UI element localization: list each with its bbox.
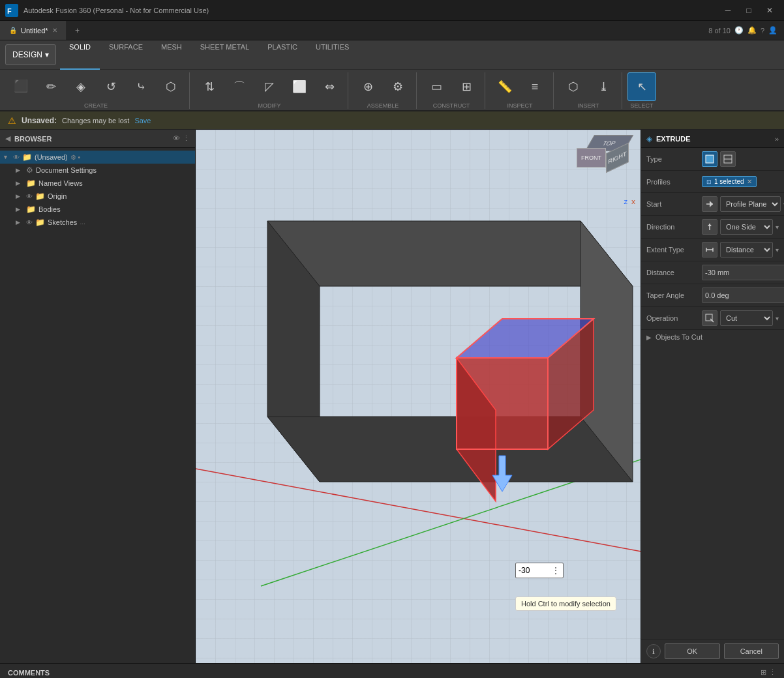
tree-item-bodies[interactable]: ▶ 📁 Bodies: [0, 203, 195, 216]
viewport[interactable]: TOP FRONT RIGHT Z X -30 ⋮ Hold Ctrl to m…: [196, 130, 641, 663]
distance-input[interactable]: -30 mm: [702, 265, 784, 280]
save-button[interactable]: Save: [134, 117, 151, 125]
origin-label: Origin: [48, 192, 67, 200]
select-icon: ↖: [637, 81, 647, 93]
sketch-icon: ✏: [46, 81, 56, 93]
create-sketch-button[interactable]: ✏: [37, 72, 65, 101]
tab-utilities[interactable]: UTILITIES: [307, 40, 358, 70]
profiles-clear-button[interactable]: ✕: [747, 178, 752, 185]
browser-panel: ◀ BROWSER 👁 ⋮ ▼ 👁 📁 (Unsaved) ⚙ • ▶ ⚙ Do…: [0, 130, 196, 663]
ribbon-tabs: DESIGN ▾ SOLID SURFACE MESH SHEET METAL …: [0, 40, 784, 70]
modify-fillet-button[interactable]: ⌒: [225, 72, 254, 101]
dimension-input[interactable]: -30: [516, 566, 549, 575]
type-solid-button[interactable]: [702, 151, 717, 167]
user-icon[interactable]: 👤: [768, 26, 777, 35]
view-cube-3d[interactable]: TOP FRONT RIGHT: [577, 135, 629, 177]
tab-add-button[interactable]: +: [67, 21, 88, 40]
assemble-joint-button[interactable]: ⚙: [384, 72, 412, 101]
sketches-eye[interactable]: 👁: [26, 219, 33, 226]
dimension-input-widget[interactable]: -30 ⋮: [515, 563, 564, 578]
bell-icon[interactable]: 🔔: [747, 26, 757, 35]
minimize-button[interactable]: ─: [719, 4, 737, 17]
active-tab[interactable]: 🔒 Untitled* ✕: [0, 21, 67, 40]
tree-item-origin[interactable]: ▶ 👁 📁 Origin: [0, 190, 195, 203]
presspull-icon: ⇅: [205, 81, 215, 93]
tree-item-namedviews[interactable]: ▶ 📁 Named Views: [0, 177, 195, 190]
warning-icon: ⚠: [8, 115, 16, 126]
tree-item-root[interactable]: ▼ 👁 📁 (Unsaved) ⚙ •: [0, 151, 195, 164]
type-surface-button[interactable]: [720, 151, 736, 167]
maximize-button[interactable]: □: [740, 4, 758, 17]
modify-buttons: ⇅ ⌒ ◸ ⬜ ⇔: [195, 72, 344, 101]
tab-solid[interactable]: SOLID: [60, 40, 100, 70]
root-eye[interactable]: 👁: [13, 154, 20, 161]
objects-to-cut-row[interactable]: ▶ Objects To Cut: [641, 330, 784, 344]
type-control: [702, 151, 779, 167]
view-cube[interactable]: TOP FRONT RIGHT Z X: [577, 135, 635, 194]
select-button[interactable]: ↖: [627, 72, 656, 101]
insert-mesh-button[interactable]: ⬡: [559, 72, 588, 101]
docsettings-label: Document Settings: [36, 166, 97, 174]
insert-svg-button[interactable]: ⤓: [589, 72, 618, 101]
construct-midplane-button[interactable]: ⊞: [452, 72, 481, 101]
modify-chamfer-button[interactable]: ◸: [255, 72, 284, 101]
cancel-button[interactable]: Cancel: [724, 643, 779, 659]
browser-tree: ▼ 👁 📁 (Unsaved) ⚙ • ▶ ⚙ Document Setting…: [0, 148, 195, 663]
tree-item-docsettings[interactable]: ▶ ⚙ Document Settings: [0, 164, 195, 177]
create-form-button[interactable]: ◈: [67, 72, 95, 101]
ok-button[interactable]: OK: [665, 643, 720, 659]
extent-select[interactable]: Distance: [720, 242, 773, 258]
construct-offsetplane-button[interactable]: ▭: [422, 72, 451, 101]
comments-buttons: ⊞ ⋮: [761, 668, 776, 677]
direction-icon: [702, 219, 717, 235]
extrude-header: ◈ EXTRUDE »: [641, 130, 784, 148]
help-icon[interactable]: ?: [761, 27, 764, 35]
modify-presspull-button[interactable]: ⇅: [195, 72, 224, 101]
ribbon-group-modify: ⇅ ⌒ ◸ ⬜ ⇔ MODIFY: [191, 72, 348, 109]
tooltip-text: Hold Ctrl to modify selection: [521, 600, 611, 608]
comments-expand-button[interactable]: ⊞: [761, 668, 766, 677]
assemble-newcomp-button[interactable]: ⊕: [354, 72, 382, 101]
tree-item-sketches[interactable]: ▶ 👁 📁 Sketches …: [0, 216, 195, 229]
browser-menu-button[interactable]: ⋮: [183, 134, 190, 143]
measure-icon: 📏: [498, 81, 512, 93]
info-button[interactable]: ℹ: [646, 644, 661, 658]
close-button[interactable]: ✕: [761, 4, 779, 17]
tab-plastic[interactable]: PLASTIC: [258, 40, 307, 70]
modify-shell-button[interactable]: ⬜: [285, 72, 314, 101]
taper-input[interactable]: 0.0 deg: [702, 287, 784, 303]
tab-sheetmetal[interactable]: SHEET METAL: [191, 40, 258, 70]
taper-control: 0.0 deg: [702, 287, 784, 303]
extrude-expand-button[interactable]: »: [775, 135, 779, 143]
browser-collapse-button[interactable]: ◀: [5, 134, 10, 143]
comments-menu-button[interactable]: ⋮: [769, 668, 776, 677]
inspect-zebra-button[interactable]: ≡: [520, 72, 549, 101]
create-sweep-button[interactable]: ⤷: [127, 72, 155, 101]
design-label: DESIGN: [12, 50, 42, 59]
objects-expand-arrow: ▶: [646, 334, 652, 341]
create-loft-button[interactable]: ⬡: [157, 72, 185, 101]
create-extrude-button[interactable]: ⬛: [7, 72, 35, 101]
bodies-folder-icon: 📁: [26, 205, 36, 214]
tab-close-icon[interactable]: ✕: [52, 27, 57, 34]
create-buttons: ⬛ ✏ ◈ ↺ ⤷ ⬡: [7, 72, 185, 101]
zebra-icon: ≡: [532, 81, 539, 93]
modify-scale-button[interactable]: ⇔: [315, 72, 344, 101]
start-select[interactable]: Profile Plane: [720, 196, 781, 212]
tab-mesh[interactable]: MESH: [152, 40, 191, 70]
create-revolve-button[interactable]: ↺: [97, 72, 125, 101]
profiles-selected-badge[interactable]: ⊡ 1 selected ✕: [702, 176, 757, 187]
browser-eye-button[interactable]: 👁: [173, 134, 180, 143]
objects-label: Objects To Cut: [656, 333, 702, 341]
dimension-menu-button[interactable]: ⋮: [549, 565, 563, 576]
direction-select[interactable]: One Side: [720, 219, 773, 235]
inspect-measure-button[interactable]: 📏: [490, 72, 519, 101]
clock-icon[interactable]: 🕐: [734, 26, 744, 35]
app-title: Autodesk Fusion 360 (Personal - Not for …: [23, 7, 719, 14]
tab-surface[interactable]: SURFACE: [100, 40, 152, 70]
operation-select[interactable]: Cut Join Intersect New Body: [720, 310, 773, 326]
fillet-icon: ⌒: [234, 81, 245, 93]
origin-eye[interactable]: 👁: [26, 193, 33, 200]
design-button[interactable]: DESIGN ▾: [5, 44, 56, 65]
view-cube-front[interactable]: FRONT: [577, 148, 606, 168]
